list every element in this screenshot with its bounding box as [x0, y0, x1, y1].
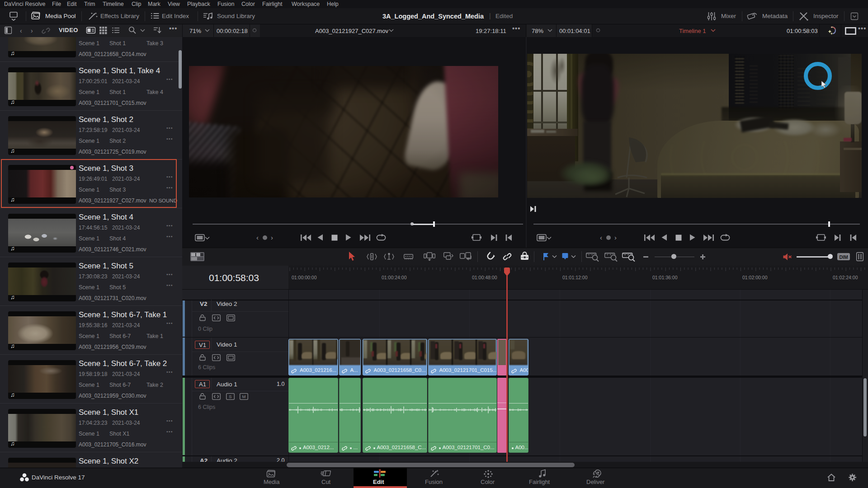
svg-text:S: S — [229, 394, 231, 399]
svg-text:M: M — [242, 394, 246, 399]
